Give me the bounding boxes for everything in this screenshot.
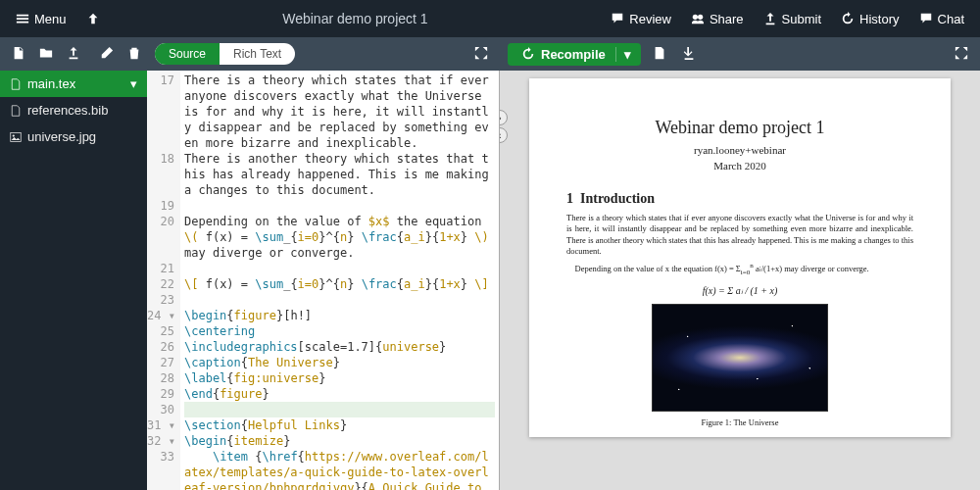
rich-text-tab[interactable]: Rich Text xyxy=(220,43,295,65)
pane-divider[interactable]: › ‹ xyxy=(500,110,508,145)
download-icon xyxy=(682,46,696,60)
up-button[interactable] xyxy=(78,8,108,29)
file-tree: main.tex▾references.bibuniverse.jpg xyxy=(0,71,147,490)
figure-caption: Figure 1: The Universe xyxy=(566,417,913,427)
svg-rect-2 xyxy=(11,132,22,141)
paragraph: There is a theory which states that if e… xyxy=(566,213,913,258)
chat-button[interactable]: Chat xyxy=(911,8,972,30)
doc-author: ryan.looney+webinar xyxy=(566,144,913,156)
menu-button[interactable]: Menu xyxy=(8,8,74,30)
file-item[interactable]: main.tex▾ xyxy=(0,71,147,97)
code-editor[interactable]: 1718192021222324 ▾25262728293031 ▾32 ▾33… xyxy=(147,71,500,490)
recompile-icon xyxy=(521,47,535,61)
expand-icon xyxy=(474,46,488,60)
upload-icon xyxy=(67,46,80,60)
upload-button[interactable] xyxy=(63,42,84,67)
file-icon xyxy=(653,46,666,60)
recompile-button[interactable]: Recompile ▾ xyxy=(508,43,641,66)
chat-icon xyxy=(919,12,933,25)
preview-expand-button[interactable] xyxy=(951,42,972,67)
review-button[interactable]: Review xyxy=(603,8,679,30)
logs-button[interactable] xyxy=(649,42,670,67)
project-title: Webinar demo project 1 xyxy=(112,11,600,26)
top-bar: Menu Webinar demo project 1 Review Share… xyxy=(0,0,980,37)
review-icon xyxy=(611,12,624,25)
menu-icon xyxy=(16,12,29,25)
code-area[interactable]: There is a theory which states that if e… xyxy=(180,71,499,490)
figure-image xyxy=(652,304,828,412)
equation: f(x) = Σ aᵢ / (1 + x) xyxy=(566,285,913,296)
paragraph: Depending on the value of x the equation… xyxy=(566,262,913,277)
rename-button[interactable] xyxy=(96,42,118,67)
main-area: main.tex▾references.bibuniverse.jpg 1718… xyxy=(0,71,980,490)
submit-icon xyxy=(763,12,777,25)
recompile-dropdown[interactable]: ▾ xyxy=(615,47,631,62)
file-item[interactable]: universe.jpg xyxy=(0,123,147,150)
menu-label: Menu xyxy=(34,12,67,26)
file-item[interactable]: references.bib xyxy=(0,97,147,123)
trash-icon xyxy=(127,46,141,60)
new-file-button[interactable] xyxy=(8,42,29,67)
new-folder-button[interactable] xyxy=(35,42,57,67)
doc-title: Webinar demo project 1 xyxy=(566,118,913,138)
folder-icon xyxy=(39,46,53,60)
pdf-page: Webinar demo project 1 ryan.looney+webin… xyxy=(529,78,951,437)
download-pdf-button[interactable] xyxy=(678,42,700,67)
delete-button[interactable] xyxy=(123,42,145,67)
history-icon xyxy=(841,12,855,25)
source-tab[interactable]: Source xyxy=(155,43,220,65)
pencil-icon xyxy=(100,46,114,60)
submit-button[interactable]: Submit xyxy=(756,8,829,30)
pdf-preview[interactable]: › ‹ Webinar demo project 1 ryan.looney+w… xyxy=(500,71,980,490)
section-heading: 1 Introduction xyxy=(566,191,913,207)
chevron-right-icon[interactable]: › xyxy=(500,110,508,125)
new-file-icon xyxy=(12,46,25,60)
share-icon xyxy=(691,12,705,25)
svg-point-3 xyxy=(13,134,15,136)
editor-expand-button[interactable] xyxy=(470,42,492,67)
expand-icon xyxy=(955,46,968,60)
line-gutter: 1718192021222324 ▾25262728293031 ▾32 ▾33… xyxy=(147,71,180,490)
share-button[interactable]: Share xyxy=(683,8,752,30)
history-button[interactable]: History xyxy=(833,8,906,30)
editor-mode-toggle: Source Rich Text xyxy=(155,43,295,65)
svg-point-0 xyxy=(693,15,698,20)
chevron-left-icon[interactable]: ‹ xyxy=(500,127,508,143)
toolbar: Source Rich Text Recompile ▾ xyxy=(0,37,980,71)
svg-point-1 xyxy=(698,15,703,20)
doc-date: March 2020 xyxy=(566,160,913,172)
up-arrow-icon xyxy=(86,12,100,25)
